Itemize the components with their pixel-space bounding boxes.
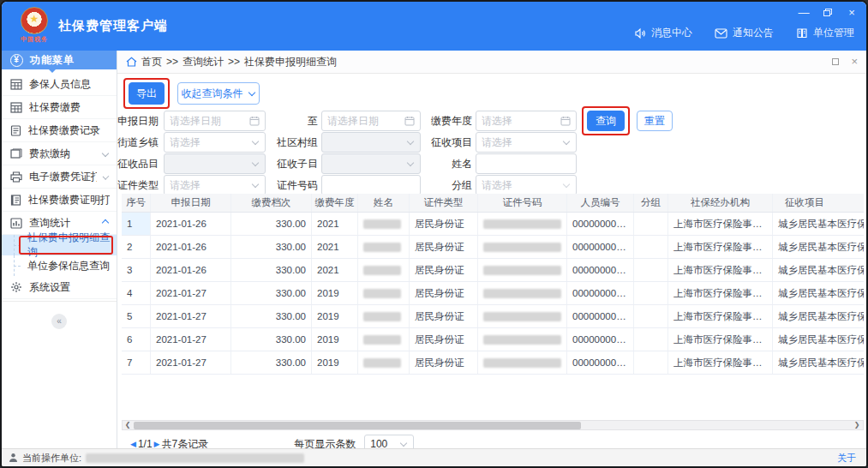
levy-subitem-select[interactable] bbox=[321, 153, 421, 174]
nav-message-center[interactable]: 消息中心 bbox=[634, 26, 692, 40]
text-input[interactable] bbox=[327, 179, 415, 191]
org-icon bbox=[796, 27, 808, 39]
minimize-button[interactable]: — bbox=[798, 6, 810, 18]
table-header-cell: 姓名 bbox=[358, 194, 410, 212]
table-row[interactable]: 62021-01-27330.002019居民身份证0000000019...上… bbox=[122, 328, 864, 351]
pane-maximize-icon[interactable] bbox=[832, 58, 839, 65]
sidebar-item-label: 费款缴纳 bbox=[29, 147, 96, 161]
cert_no-redacted bbox=[483, 358, 561, 368]
table-cell-year: 2019 bbox=[312, 305, 358, 327]
sidebar-subitem[interactable]: 单位参保信息查询 bbox=[2, 255, 117, 276]
table-cell-cert_type: 居民身份证 bbox=[410, 305, 478, 327]
logo-caption: 中国税务 bbox=[15, 35, 53, 44]
restore-button[interactable] bbox=[822, 6, 834, 18]
table-row[interactable]: 72021-01-27330.002019居民身份证0000000019...上… bbox=[122, 351, 864, 375]
field-label: 缴费年度 bbox=[431, 111, 472, 131]
table-cell-person_no: 0000000019... bbox=[567, 305, 634, 327]
table-cell-agency: 上海市医疗保险事业管理中... bbox=[668, 328, 773, 351]
sidebar-item[interactable]: 参保人员信息 bbox=[2, 73, 117, 96]
table-cell-name bbox=[358, 351, 410, 374]
sidebar-collapse-button[interactable]: « bbox=[51, 314, 67, 329]
table-header-cell: 社保经办机构 bbox=[668, 194, 773, 212]
prev-page-icon[interactable]: ◀ bbox=[129, 440, 138, 448]
year-input[interactable] bbox=[482, 115, 560, 127]
levy-item-select[interactable] bbox=[164, 153, 266, 174]
street-select[interactable]: 请选择 bbox=[164, 132, 266, 153]
reset-button[interactable]: 重置 bbox=[637, 111, 673, 131]
breadcrumb-separator: >> bbox=[228, 56, 240, 68]
collapse-query-button[interactable]: 收起查询条件 bbox=[177, 82, 260, 105]
breadcrumb-home[interactable]: 首页 bbox=[141, 55, 162, 69]
table-cell-project: 城乡居民基本医疗保 bbox=[773, 213, 864, 235]
table-cell-cert_type: 居民身份证 bbox=[410, 213, 478, 235]
date-input[interactable] bbox=[327, 115, 404, 127]
pay-year-input[interactable] bbox=[476, 111, 577, 131]
table-cell-agency: 上海市医疗保险事业管理中... bbox=[668, 351, 773, 374]
table-header-cell: 序号 bbox=[122, 194, 151, 212]
date-input[interactable] bbox=[170, 115, 249, 127]
about-link[interactable]: 关于 bbox=[837, 452, 856, 465]
table-cell-date: 2021-01-27 bbox=[151, 305, 231, 327]
declare-date-start-input[interactable] bbox=[164, 111, 266, 131]
table-header-cell: 证件类型 bbox=[410, 194, 478, 212]
table-row[interactable]: 32021-01-26330.002021居民身份证0000000019...上… bbox=[122, 259, 864, 282]
sidebar-item-label: 查询统计 bbox=[29, 216, 96, 231]
group-select[interactable]: 请选择 bbox=[476, 175, 577, 195]
sidebar-item[interactable]: 费款缴纳 bbox=[2, 142, 117, 165]
export-button[interactable]: 导出 bbox=[129, 82, 165, 105]
table-cell-group bbox=[634, 259, 668, 281]
text-input[interactable] bbox=[482, 158, 571, 170]
next-page-icon[interactable]: ▶ bbox=[153, 440, 162, 448]
cert-type-select[interactable]: 请选择 bbox=[164, 175, 266, 195]
declare-date-end-input[interactable] bbox=[321, 111, 421, 131]
table-row[interactable]: 22021-01-26330.002021居民身份证0000000019...上… bbox=[122, 236, 864, 259]
table-header-cell: 分组 bbox=[634, 194, 668, 212]
sidebar-item[interactable]: 系统设置 bbox=[2, 276, 117, 299]
table-cell-name bbox=[358, 259, 410, 281]
pane-close-icon[interactable]: × bbox=[851, 57, 858, 66]
table-cell-name bbox=[358, 236, 410, 258]
table-cell-agency: 上海市医疗保险事业管理中... bbox=[668, 236, 773, 258]
top-nav: 消息中心 通知公告 单位管理 bbox=[634, 26, 854, 40]
cert-no-input[interactable] bbox=[321, 175, 421, 195]
query-button[interactable]: 查询 bbox=[587, 111, 625, 131]
nav-notices[interactable]: 通知公告 bbox=[715, 26, 774, 40]
table-row[interactable]: 12021-01-26330.002021居民身份证0000000019...上… bbox=[122, 213, 864, 236]
name-redacted bbox=[363, 335, 401, 345]
table-row[interactable]: 52021-01-27330.002019居民身份证0000000019...上… bbox=[122, 305, 864, 328]
table-cell-year: 2019 bbox=[312, 328, 358, 351]
table-header-cell: 人员编号 bbox=[567, 194, 634, 212]
table-row[interactable]: 42021-01-27330.002019居民身份证0000000019...上… bbox=[122, 282, 864, 305]
field-label: 征收项目 bbox=[431, 132, 472, 153]
content-area: 导出 收起查询条件 申报日期 至 缴费年度 街道乡镇 bbox=[117, 74, 866, 452]
close-button[interactable]: × bbox=[846, 6, 858, 18]
sidebar-item[interactable]: 电子缴费凭证打印 bbox=[2, 165, 117, 189]
sidebar-item[interactable]: 社保费缴费 bbox=[2, 96, 117, 119]
table-cell-name bbox=[358, 305, 410, 327]
table-cell-no: 3 bbox=[122, 259, 151, 281]
breadcrumb-separator: >> bbox=[166, 56, 178, 68]
sidebar-subitem[interactable]: 社保费申报明细查询 bbox=[2, 235, 117, 255]
sidebar-item[interactable]: 社保费缴费证明打印 bbox=[2, 189, 117, 212]
sidebar-header-notch bbox=[48, 69, 57, 73]
cert_no-redacted bbox=[483, 243, 561, 252]
scrollbar-thumb[interactable] bbox=[134, 422, 581, 429]
horizontal-scrollbar[interactable]: ❮ ❯ bbox=[122, 420, 864, 430]
table-cell-project: 城乡居民基本医疗保 bbox=[773, 259, 864, 281]
chevron-down-icon bbox=[407, 159, 414, 166]
chevron-down-icon bbox=[563, 138, 570, 145]
table-cell-cert_no bbox=[478, 282, 567, 304]
community-select[interactable] bbox=[321, 132, 421, 153]
sidebar-subitem-label: 单位参保信息查询 bbox=[27, 259, 110, 273]
levy-project-select[interactable]: 请选择 bbox=[476, 132, 577, 153]
scroll-left-icon[interactable]: ❮ bbox=[123, 421, 133, 429]
table-cell-year: 2019 bbox=[312, 282, 358, 304]
card-icon bbox=[10, 148, 22, 159]
name-input[interactable] bbox=[476, 153, 577, 174]
sidebar-menu: 参保人员信息社保费缴费社保费缴费记录费款缴纳电子缴费凭证打印社保费缴费证明打印查… bbox=[2, 73, 117, 299]
nav-unit-management[interactable]: 单位管理 bbox=[796, 26, 854, 40]
table-cell-person_no: 0000000019... bbox=[567, 236, 634, 258]
scroll-right-icon[interactable]: ❯ bbox=[852, 421, 862, 429]
sidebar-item[interactable]: 社保费缴费记录 bbox=[2, 119, 117, 142]
collapse-query-label: 收起查询条件 bbox=[182, 87, 243, 101]
